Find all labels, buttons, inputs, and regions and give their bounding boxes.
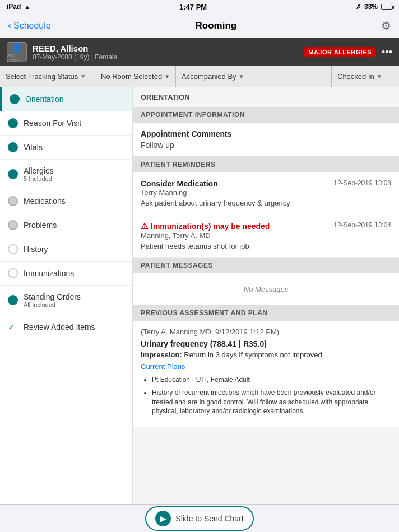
wifi-icon: ▲ xyxy=(24,3,30,10)
sidebar-item-history[interactable]: History xyxy=(0,237,132,262)
battery-percent: 33% xyxy=(364,3,378,11)
reminder-1-title: Consider Medication xyxy=(141,179,218,188)
bullet-1: Pt Education - UTI, Female Adult xyxy=(152,375,391,385)
ellipsis-button[interactable]: ••• xyxy=(382,46,392,58)
patient-name: REED, Allison xyxy=(33,44,117,53)
medications-label: Medications xyxy=(24,197,66,206)
accompanied-chevron-icon: ▼ xyxy=(239,73,244,80)
gear-button[interactable]: ⚙ xyxy=(381,19,391,32)
problems-dot xyxy=(8,220,18,230)
sidebar-item-review-added-items[interactable]: ✓ Review Added Items xyxy=(0,315,132,339)
slide-btn-label: Slide to Send Chart xyxy=(175,514,243,523)
sidebar: Orientation Reason For Visit Vitals Alle… xyxy=(0,87,133,504)
standing-orders-sublabel: All Included xyxy=(24,301,81,308)
reminder-row-1: Consider Medication Terry Manning 12-Sep… xyxy=(141,179,391,197)
appointment-card: Appointment Comments Follow up xyxy=(133,123,399,157)
reminder-2-date: 12-Sep-2019 13:04 xyxy=(333,221,391,229)
orientation-section-header: ORIENTATION xyxy=(133,87,399,107)
messages-section-header: PATIENT MESSAGES xyxy=(133,258,399,273)
bullet-2: History of recurrent infections which ha… xyxy=(152,388,391,416)
assessment-diagnosis: Urinary frequency (788.41 | R35.0) xyxy=(141,339,391,348)
checked-in-label: Checked In xyxy=(337,72,374,81)
allergies-dot xyxy=(8,169,18,179)
status-bar: iPad ▲ 1:47 PM ✗ 33% xyxy=(0,0,399,13)
reminder-card-2: ⚠ Immunization(s) may be needed Manning,… xyxy=(133,214,399,258)
orientation-label: Orientation xyxy=(25,95,63,104)
appointment-comments-label: Appointment Comments xyxy=(141,129,391,138)
allergies-sublabel: 5 Included xyxy=(24,175,54,182)
page-title: Rooming xyxy=(196,20,237,31)
battery-icon xyxy=(381,4,392,10)
patient-dob: 07-May-2000 (19y) | Female xyxy=(33,53,117,61)
sidebar-item-problems[interactable]: Problems xyxy=(0,213,132,237)
messages-card: No Messages xyxy=(133,273,399,305)
back-label[interactable]: Schedule xyxy=(13,21,51,31)
assessment-bullets: Pt Education - UTI, Female Adult History… xyxy=(152,375,391,416)
back-button[interactable]: ‹ Schedule xyxy=(8,20,51,31)
sidebar-item-reason-for-visit[interactable]: Reason For Visit xyxy=(0,111,132,136)
allergies-label: Allergies xyxy=(24,166,54,175)
sidebar-item-vitals[interactable]: Vitals xyxy=(0,136,132,160)
assessment-impression: Impression: Return in 3 days if symptoms… xyxy=(141,351,391,359)
appointment-section-header: APPOINTMENT INFORMATION xyxy=(133,107,399,123)
immunizations-dot xyxy=(8,268,18,278)
sidebar-item-standing-orders[interactable]: Standing Orders All Included xyxy=(0,286,132,315)
play-icon: ▶ xyxy=(155,511,171,526)
patient-right: MAJOR ALLERGIES ••• xyxy=(304,46,392,58)
back-chevron-icon: ‹ xyxy=(8,20,11,31)
sidebar-item-medications[interactable]: Medications xyxy=(0,189,132,213)
top-nav: ‹ Schedule Rooming ⚙ xyxy=(0,13,399,38)
appointment-comments-value: Follow up xyxy=(141,141,391,150)
assessment-impression-label: Impression: xyxy=(141,351,182,359)
add-photo-label[interactable]: Add Photo xyxy=(7,53,26,63)
patient-photo[interactable]: 👤 Add Photo xyxy=(7,42,27,62)
assessment-impression-text: Return in 3 days if symptoms not improve… xyxy=(184,351,322,359)
current-plans-link[interactable]: Current Plans xyxy=(141,362,391,371)
reason-label: Reason For Visit xyxy=(24,119,81,128)
status-left: iPad ▲ xyxy=(7,3,30,11)
sidebar-item-immunizations[interactable]: Immunizations xyxy=(0,262,132,286)
reminder-row-2: ⚠ Immunization(s) may be needed Manning,… xyxy=(141,221,391,240)
reminder-1-info: Consider Medication Terry Manning xyxy=(141,179,218,197)
assessment-author: (Terry A. Manning MD; 9/12/2019 1:12 PM) xyxy=(141,328,391,336)
reminder-2-info: ⚠ Immunization(s) may be needed Manning,… xyxy=(141,221,270,240)
review-check-icon: ✓ xyxy=(8,322,18,332)
room-label: No Room Selected xyxy=(101,72,162,81)
standing-orders-dot xyxy=(8,295,18,305)
immunizations-label: Immunizations xyxy=(24,269,74,278)
accompanied-by-select[interactable]: Accompanied By ▼ xyxy=(176,66,332,87)
history-dot xyxy=(8,244,18,254)
reminder-2-title: ⚠ Immunization(s) may be needed xyxy=(141,221,270,231)
tracking-chevron-icon: ▼ xyxy=(80,73,86,80)
slide-to-send-button[interactable]: ▶ Slide to Send Chart xyxy=(145,506,253,531)
tracking-bar: Select Tracking Status ▼ No Room Selecte… xyxy=(0,66,399,87)
reminder-1-provider: Terry Manning xyxy=(141,188,218,197)
orientation-dot xyxy=(10,94,20,104)
problems-label: Problems xyxy=(24,221,57,230)
vitals-dot xyxy=(8,142,18,152)
status-time: 1:47 PM xyxy=(179,3,207,11)
major-allergies-badge: MAJOR ALLERGIES xyxy=(304,47,376,57)
checked-in-chevron-icon: ▼ xyxy=(377,73,382,80)
vitals-label: Vitals xyxy=(24,143,43,152)
status-right: ✗ 33% xyxy=(356,3,392,11)
tracking-status-select[interactable]: Select Tracking Status ▼ xyxy=(0,66,95,87)
no-messages-text: No Messages xyxy=(244,285,288,293)
bluetooth-icon: ✗ xyxy=(356,3,361,11)
content-area: ORIENTATION APPOINTMENT INFORMATION Appo… xyxy=(133,87,399,504)
sidebar-item-orientation[interactable]: Orientation xyxy=(0,87,132,111)
tracking-status-label: Select Tracking Status xyxy=(6,72,78,81)
medications-dot xyxy=(8,196,18,206)
ipad-label: iPad xyxy=(7,3,21,11)
reminder-1-date: 12-Sep-2019 13:08 xyxy=(333,179,391,187)
review-label: Review Added Items xyxy=(24,323,95,332)
sidebar-item-allergies[interactable]: Allergies 5 Included xyxy=(0,160,132,189)
reminder-2-desc: Patient needs tetanus shot for job xyxy=(141,242,391,250)
reminders-section-header: PATIENT REMINDERS xyxy=(133,157,399,172)
room-select[interactable]: No Room Selected ▼ xyxy=(95,66,176,87)
checked-in-select[interactable]: Checked In ▼ xyxy=(332,66,399,87)
assessment-card: (Terry A. Manning MD; 9/12/2019 1:12 PM)… xyxy=(133,321,399,426)
alert-icon: ⚠ xyxy=(141,221,148,231)
reminder-1-desc: Ask patient about urinary frequency & ur… xyxy=(141,199,391,207)
assessment-section-header: PREVIOUS ASSESSMENT AND PLAN xyxy=(133,305,399,321)
